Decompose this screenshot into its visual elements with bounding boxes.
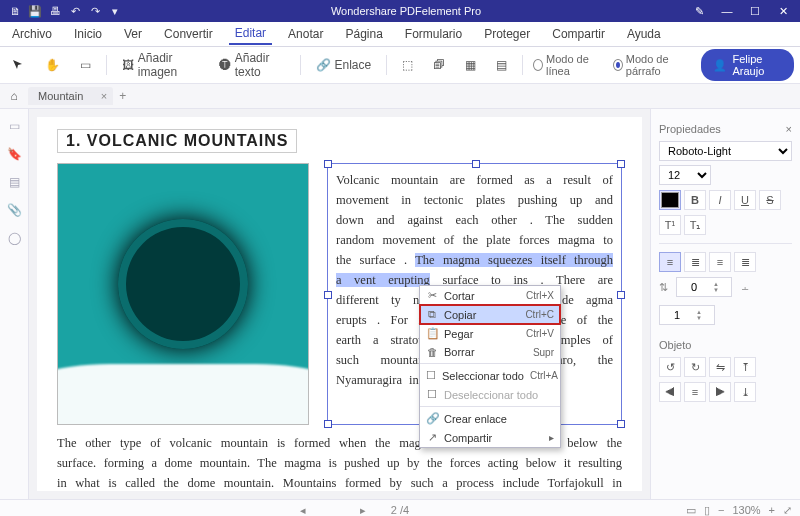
ctx-copy[interactable]: ⧉CopiarCtrl+C: [420, 305, 560, 324]
annotations-icon[interactable]: ▤: [9, 175, 20, 189]
zoom-in-button[interactable]: +: [769, 504, 775, 516]
rotate-cw-button[interactable]: ↻: [684, 357, 706, 377]
undo-icon[interactable]: ↶: [68, 4, 82, 18]
align-justify-button[interactable]: ≣: [734, 252, 756, 272]
feedback-icon[interactable]: ✎: [690, 5, 708, 18]
menu-archivo[interactable]: Archivo: [6, 24, 58, 44]
ctx-share[interactable]: ↗Compartir▸: [420, 428, 560, 447]
bold-button[interactable]: B: [684, 190, 706, 210]
link-button[interactable]: 🔗 Enlace: [311, 55, 377, 75]
home-icon[interactable]: ⌂: [6, 89, 22, 103]
resize-handle[interactable]: [617, 160, 625, 168]
new-tab-button[interactable]: +: [119, 89, 126, 103]
subscript-button[interactable]: T₁: [684, 215, 706, 235]
bookmarks-icon[interactable]: 🔖: [7, 147, 22, 161]
paragraph-mode-radio[interactable]: Modo de párrafo: [613, 53, 692, 77]
ctx-select-all[interactable]: ☐Seleccionar todoCtrl+A: [420, 366, 560, 385]
print-icon[interactable]: 🖶: [48, 4, 62, 18]
redo-icon[interactable]: ↷: [88, 4, 102, 18]
font-family-select[interactable]: Roboto-Light: [659, 141, 792, 161]
strike-button[interactable]: S: [759, 190, 781, 210]
line-spacing-stepper[interactable]: ▲▼: [676, 277, 732, 297]
menu-convertir[interactable]: Convertir: [158, 24, 219, 44]
attachments-icon[interactable]: 📎: [7, 203, 22, 217]
menu-bar: Archivo Inicio Ver Convertir Editar Anot…: [0, 22, 800, 47]
user-account-button[interactable]: 👤 Felipe Araujo: [701, 49, 794, 81]
menu-pagina[interactable]: Página: [339, 24, 388, 44]
volcano-image[interactable]: [57, 163, 309, 425]
crop-tool[interactable]: ⬚: [397, 55, 418, 75]
flip-v-button[interactable]: ⤒: [734, 357, 756, 377]
menu-anotar[interactable]: Anotar: [282, 24, 329, 44]
align-right-button[interactable]: ≡: [709, 252, 731, 272]
font-size-select[interactable]: 12: [659, 165, 711, 185]
search-icon[interactable]: ◯: [8, 231, 21, 245]
document-canvas[interactable]: 1. VOLCANIC MOUNTAINS Volcanic mountain …: [29, 109, 650, 499]
save-icon[interactable]: 💾: [28, 4, 42, 18]
watermark-tool[interactable]: 🗊: [428, 55, 450, 75]
select-tool[interactable]: [6, 55, 30, 75]
hand-tool[interactable]: ✋: [40, 55, 65, 75]
menu-inicio[interactable]: Inicio: [68, 24, 108, 44]
underline-button[interactable]: U: [734, 190, 756, 210]
maximize-button[interactable]: ☐: [746, 5, 764, 18]
superscript-button[interactable]: T¹: [659, 215, 681, 235]
menu-proteger[interactable]: Proteger: [478, 24, 536, 44]
ctx-cut[interactable]: ✂CortarCtrl+X: [420, 286, 560, 305]
ctx-delete[interactable]: 🗑BorrarSupr: [420, 343, 560, 361]
resize-handle[interactable]: [617, 420, 625, 428]
add-image-button[interactable]: 🖼 Añadir imagen: [117, 48, 204, 82]
fullscreen-icon[interactable]: ⤢: [783, 504, 792, 517]
panel-close-icon[interactable]: ×: [786, 123, 792, 135]
obj-align-right-button[interactable]: ⯈: [709, 382, 731, 402]
menu-compartir[interactable]: Compartir: [546, 24, 611, 44]
header-footer-tool[interactable]: ▤: [491, 55, 512, 75]
next-page-button[interactable]: ▸: [360, 504, 366, 517]
minimize-button[interactable]: —: [718, 5, 736, 18]
resize-handle[interactable]: [324, 420, 332, 428]
flip-h-button[interactable]: ⇋: [709, 357, 731, 377]
menu-ayuda[interactable]: Ayuda: [621, 24, 667, 44]
menu-formulario[interactable]: Formulario: [399, 24, 468, 44]
line-mode-radio[interactable]: Modo de línea: [533, 53, 603, 77]
page-number[interactable]: 2: [391, 504, 397, 516]
rotate-ccw-button[interactable]: ↺: [659, 357, 681, 377]
indent-stepper[interactable]: ▲▼: [659, 305, 715, 325]
tab-mountain[interactable]: Mountain×: [28, 87, 113, 105]
add-text-button[interactable]: 🅣 Añadir texto: [214, 48, 290, 82]
ctx-deselect-all[interactable]: ☐Deseleccionar todo: [420, 385, 560, 404]
obj-align-left-button[interactable]: ⯇: [659, 382, 681, 402]
resize-handle[interactable]: [617, 291, 625, 299]
cut-icon: ✂: [426, 289, 438, 302]
ctx-create-link[interactable]: 🔗Crear enlace: [420, 409, 560, 428]
resize-handle[interactable]: [472, 160, 480, 168]
prev-page-button[interactable]: ◂: [300, 504, 306, 517]
new-file-icon[interactable]: 🗎: [8, 4, 22, 18]
close-button[interactable]: ✕: [774, 5, 792, 18]
title-bar: 🗎 💾 🖶 ↶ ↷ ▾ Wondershare PDFelement Pro ✎…: [0, 0, 800, 22]
context-menu: ✂CortarCtrl+X ⧉CopiarCtrl+C 📋PegarCtrl+V…: [419, 285, 561, 448]
text-color-button[interactable]: [659, 190, 681, 210]
fit-page-icon[interactable]: ▯: [704, 504, 710, 517]
trash-icon: 🗑: [426, 346, 438, 358]
edit-text-tool[interactable]: ▭: [75, 55, 96, 75]
resize-handle[interactable]: [324, 291, 332, 299]
heading-box[interactable]: 1. VOLCANIC MOUNTAINS: [57, 129, 297, 153]
thumbnails-icon[interactable]: ▭: [9, 119, 20, 133]
qa-chevron-icon[interactable]: ▾: [108, 4, 122, 18]
link-icon: 🔗: [426, 412, 438, 425]
zoom-out-button[interactable]: −: [718, 504, 724, 516]
italic-button[interactable]: I: [709, 190, 731, 210]
menu-editar[interactable]: Editar: [229, 23, 272, 45]
tab-close-icon[interactable]: ×: [101, 90, 107, 102]
ctx-paste[interactable]: 📋PegarCtrl+V: [420, 324, 560, 343]
align-left-button[interactable]: ≡: [659, 252, 681, 272]
obj-align-center-button[interactable]: ≡: [684, 382, 706, 402]
align-center-button[interactable]: ≣: [684, 252, 706, 272]
fit-width-icon[interactable]: ▭: [686, 504, 696, 517]
background-tool[interactable]: ▦: [460, 55, 481, 75]
menu-ver[interactable]: Ver: [118, 24, 148, 44]
line-spacing-icon: ⇅: [659, 281, 668, 294]
resize-handle[interactable]: [324, 160, 332, 168]
obj-extract-button[interactable]: ⤓: [734, 382, 756, 402]
